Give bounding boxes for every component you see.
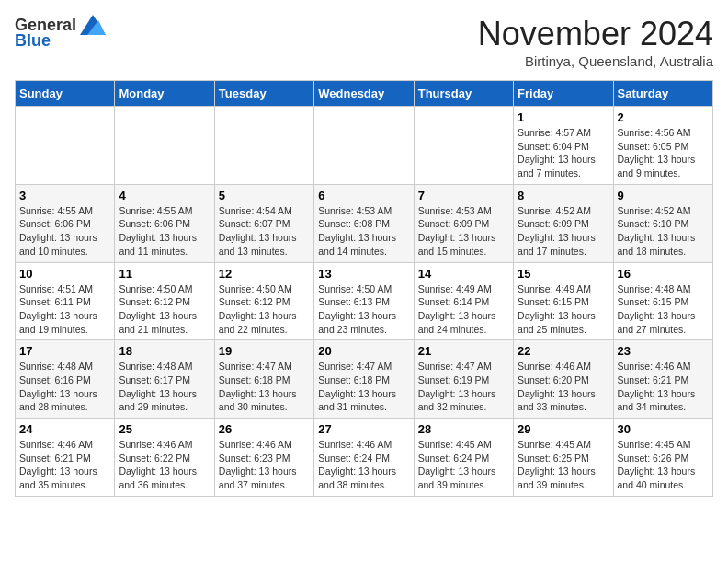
calendar-cell: 23Sunrise: 4:46 AM Sunset: 6:21 PM Dayli… [613, 340, 712, 419]
calendar-cell: 30Sunrise: 4:45 AM Sunset: 6:26 PM Dayli… [613, 419, 712, 497]
calendar-cell [16, 107, 115, 185]
calendar-cell [414, 107, 513, 185]
cell-info-text: Sunrise: 4:46 AM Sunset: 6:24 PM Dayligh… [318, 438, 409, 492]
cell-info-text: Sunrise: 4:54 AM Sunset: 6:07 PM Dayligh… [219, 204, 310, 259]
cell-day-number: 6 [318, 189, 409, 202]
cell-day-number: 2 [618, 110, 709, 124]
cell-info-text: Sunrise: 4:46 AM Sunset: 6:21 PM Dayligh… [19, 438, 110, 492]
calendar-cell: 24Sunrise: 4:46 AM Sunset: 6:21 PM Dayli… [16, 419, 115, 497]
cell-day-number: 14 [418, 267, 509, 281]
cell-day-number: 20 [318, 344, 409, 358]
cell-day-number: 19 [219, 344, 310, 358]
calendar-cell: 26Sunrise: 4:46 AM Sunset: 6:23 PM Dayli… [214, 419, 313, 497]
cell-info-text: Sunrise: 4:55 AM Sunset: 6:06 PM Dayligh… [19, 204, 110, 259]
cell-day-number: 28 [418, 422, 509, 436]
cell-day-number: 4 [119, 189, 210, 202]
calendar-cell: 9Sunrise: 4:52 AM Sunset: 6:10 PM Daylig… [613, 184, 712, 262]
cell-day-number: 21 [418, 344, 509, 358]
cell-day-number: 16 [618, 267, 709, 281]
cell-day-number: 11 [119, 267, 210, 281]
cell-day-number: 18 [119, 344, 210, 358]
calendar-cell: 27Sunrise: 4:46 AM Sunset: 6:24 PM Dayli… [314, 419, 414, 497]
cell-day-number: 24 [19, 422, 110, 436]
cell-day-number: 8 [518, 189, 609, 202]
calendar-cell: 6Sunrise: 4:53 AM Sunset: 6:08 PM Daylig… [314, 184, 414, 262]
cell-info-text: Sunrise: 4:52 AM Sunset: 6:10 PM Dayligh… [618, 204, 709, 259]
calendar-cell: 29Sunrise: 4:45 AM Sunset: 6:25 PM Dayli… [514, 419, 613, 497]
calendar-cell [214, 107, 313, 185]
cell-day-number: 27 [318, 422, 409, 436]
calendar-header-row: SundayMondayTuesdayWednesdayThursdayFrid… [16, 81, 713, 107]
month-title: November 2024 [478, 15, 713, 53]
calendar-header-monday: Monday [115, 81, 214, 107]
header: General Blue November 2024 Birtinya, Que… [15, 15, 713, 69]
cell-day-number: 29 [518, 422, 609, 436]
calendar-header-thursday: Thursday [414, 81, 513, 107]
cell-info-text: Sunrise: 4:47 AM Sunset: 6:18 PM Dayligh… [219, 360, 310, 414]
calendar-header-sunday: Sunday [16, 81, 115, 107]
cell-day-number: 9 [618, 189, 709, 202]
cell-info-text: Sunrise: 4:52 AM Sunset: 6:09 PM Dayligh… [518, 204, 609, 259]
calendar-header-friday: Friday [514, 81, 613, 107]
cell-day-number: 23 [618, 344, 709, 358]
subtitle: Birtinya, Queensland, Australia [478, 53, 713, 69]
calendar-cell: 10Sunrise: 4:51 AM Sunset: 6:11 PM Dayli… [16, 262, 115, 340]
calendar-week-1: 1Sunrise: 4:57 AM Sunset: 6:04 PM Daylig… [16, 107, 713, 185]
cell-day-number: 30 [618, 422, 709, 436]
cell-info-text: Sunrise: 4:46 AM Sunset: 6:21 PM Dayligh… [618, 360, 709, 414]
calendar-cell: 11Sunrise: 4:50 AM Sunset: 6:12 PM Dayli… [115, 262, 214, 340]
calendar-cell [115, 107, 214, 185]
calendar-header-tuesday: Tuesday [214, 81, 313, 107]
calendar-cell: 19Sunrise: 4:47 AM Sunset: 6:18 PM Dayli… [214, 340, 313, 419]
calendar-cell: 13Sunrise: 4:50 AM Sunset: 6:13 PM Dayli… [314, 262, 414, 340]
cell-info-text: Sunrise: 4:53 AM Sunset: 6:08 PM Dayligh… [318, 204, 409, 259]
logo: General Blue [15, 15, 106, 51]
cell-day-number: 10 [19, 267, 110, 281]
cell-info-text: Sunrise: 4:50 AM Sunset: 6:12 PM Dayligh… [119, 282, 210, 337]
cell-info-text: Sunrise: 4:47 AM Sunset: 6:19 PM Dayligh… [418, 360, 509, 414]
calendar-cell: 14Sunrise: 4:49 AM Sunset: 6:14 PM Dayli… [414, 262, 513, 340]
calendar-week-3: 10Sunrise: 4:51 AM Sunset: 6:11 PM Dayli… [16, 262, 713, 340]
calendar-table: SundayMondayTuesdayWednesdayThursdayFrid… [15, 80, 713, 497]
calendar-cell [314, 107, 414, 185]
cell-info-text: Sunrise: 4:45 AM Sunset: 6:26 PM Dayligh… [618, 438, 709, 492]
calendar-cell: 4Sunrise: 4:55 AM Sunset: 6:06 PM Daylig… [115, 184, 214, 262]
calendar-header-wednesday: Wednesday [314, 81, 414, 107]
calendar-cell: 2Sunrise: 4:56 AM Sunset: 6:05 PM Daylig… [613, 107, 712, 185]
cell-day-number: 7 [418, 189, 509, 202]
cell-info-text: Sunrise: 4:49 AM Sunset: 6:14 PM Dayligh… [418, 282, 509, 337]
cell-day-number: 12 [219, 267, 310, 281]
cell-info-text: Sunrise: 4:50 AM Sunset: 6:12 PM Dayligh… [219, 282, 310, 337]
calendar-cell: 18Sunrise: 4:48 AM Sunset: 6:17 PM Dayli… [115, 340, 214, 419]
cell-day-number: 5 [219, 189, 310, 202]
calendar-cell: 15Sunrise: 4:49 AM Sunset: 6:15 PM Dayli… [514, 262, 613, 340]
logo-blue: Blue [15, 31, 51, 51]
cell-info-text: Sunrise: 4:55 AM Sunset: 6:06 PM Dayligh… [119, 204, 210, 259]
cell-day-number: 17 [19, 344, 110, 358]
cell-info-text: Sunrise: 4:47 AM Sunset: 6:18 PM Dayligh… [318, 360, 409, 414]
cell-day-number: 22 [518, 344, 609, 358]
cell-day-number: 13 [318, 267, 409, 281]
cell-info-text: Sunrise: 4:53 AM Sunset: 6:09 PM Dayligh… [418, 204, 509, 259]
cell-info-text: Sunrise: 4:50 AM Sunset: 6:13 PM Dayligh… [318, 282, 409, 337]
cell-day-number: 15 [518, 267, 609, 281]
cell-info-text: Sunrise: 4:48 AM Sunset: 6:15 PM Dayligh… [618, 282, 709, 337]
calendar-week-4: 17Sunrise: 4:48 AM Sunset: 6:16 PM Dayli… [16, 340, 713, 419]
calendar-cell: 21Sunrise: 4:47 AM Sunset: 6:19 PM Dayli… [414, 340, 513, 419]
cell-info-text: Sunrise: 4:57 AM Sunset: 6:04 PM Dayligh… [518, 126, 609, 180]
calendar-cell: 16Sunrise: 4:48 AM Sunset: 6:15 PM Dayli… [613, 262, 712, 340]
calendar-cell: 1Sunrise: 4:57 AM Sunset: 6:04 PM Daylig… [514, 107, 613, 185]
cell-day-number: 3 [19, 189, 110, 202]
calendar-cell: 17Sunrise: 4:48 AM Sunset: 6:16 PM Dayli… [16, 340, 115, 419]
calendar-cell: 20Sunrise: 4:47 AM Sunset: 6:18 PM Dayli… [314, 340, 414, 419]
title-block: November 2024 Birtinya, Queensland, Aust… [478, 15, 713, 69]
cell-day-number: 1 [518, 110, 609, 124]
cell-info-text: Sunrise: 4:46 AM Sunset: 6:22 PM Dayligh… [119, 438, 210, 492]
calendar-cell: 8Sunrise: 4:52 AM Sunset: 6:09 PM Daylig… [514, 184, 613, 262]
calendar-cell: 12Sunrise: 4:50 AM Sunset: 6:12 PM Dayli… [214, 262, 313, 340]
calendar-cell: 25Sunrise: 4:46 AM Sunset: 6:22 PM Dayli… [115, 419, 214, 497]
cell-day-number: 25 [119, 422, 210, 436]
cell-info-text: Sunrise: 4:45 AM Sunset: 6:24 PM Dayligh… [418, 438, 509, 492]
calendar-week-5: 24Sunrise: 4:46 AM Sunset: 6:21 PM Dayli… [16, 419, 713, 497]
calendar-cell: 7Sunrise: 4:53 AM Sunset: 6:09 PM Daylig… [414, 184, 513, 262]
